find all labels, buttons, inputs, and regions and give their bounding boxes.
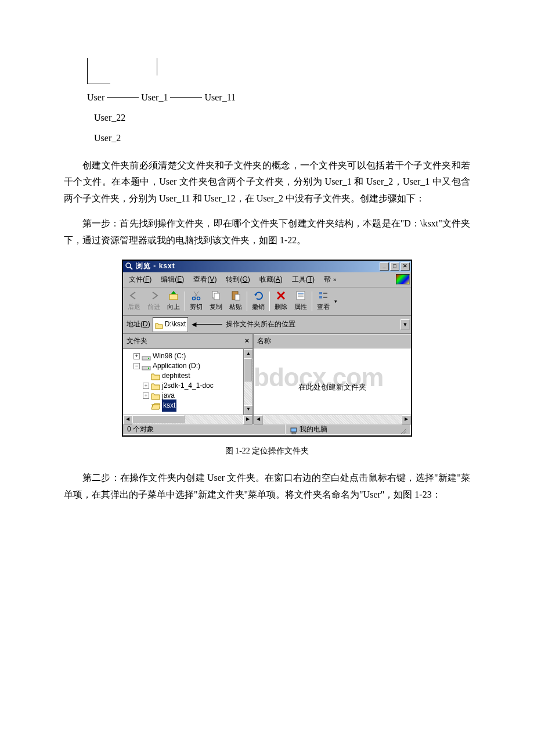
svg-line-1 bbox=[130, 267, 132, 269]
svg-point-4 bbox=[197, 297, 200, 300]
scroll-right-icon: ▶ bbox=[243, 415, 252, 424]
arrow-right-icon bbox=[148, 290, 160, 301]
folders-panel: 文件夹 × + Win98 (C:) − Application (D: bbox=[123, 334, 254, 424]
hier-user2: User_2 bbox=[87, 128, 470, 148]
svg-line-6 bbox=[194, 291, 198, 297]
menu-fav[interactable]: 收藏(A) bbox=[255, 273, 287, 287]
svg-rect-24 bbox=[148, 368, 149, 369]
column-header-name[interactable]: 名称 bbox=[254, 334, 411, 349]
collapse-icon[interactable]: − bbox=[134, 363, 140, 369]
views-button[interactable]: 查看 bbox=[313, 289, 333, 314]
paste-icon bbox=[230, 290, 241, 301]
copy-button[interactable]: 复制 bbox=[206, 289, 226, 314]
folder-open-icon bbox=[151, 402, 160, 409]
svg-line-29 bbox=[403, 430, 406, 434]
menu-goto[interactable]: 转到(G) bbox=[221, 273, 254, 287]
cut-button[interactable]: 剪切 bbox=[186, 289, 206, 314]
folder-icon bbox=[151, 392, 160, 399]
status-objects: 0 个对象 bbox=[123, 424, 286, 435]
paragraph-3: 第二步：在操作文件夹内创建 User 文件夹。在窗口右边的空白处点击鼠标右键，选… bbox=[64, 470, 470, 503]
list-hscroll[interactable]: ◀ ▶ bbox=[254, 415, 411, 424]
expand-icon[interactable]: + bbox=[143, 383, 149, 389]
svg-rect-26 bbox=[291, 429, 296, 431]
folder-icon bbox=[151, 382, 160, 390]
resize-grip-icon[interactable] bbox=[399, 424, 407, 435]
address-field[interactable]: D:\ksxt bbox=[153, 317, 189, 332]
hier-user22: User_22 bbox=[87, 107, 470, 128]
scissors-icon bbox=[190, 290, 202, 301]
folder-tree[interactable]: + Win98 (C:) − Application (D:) dephites… bbox=[123, 349, 243, 414]
svg-point-3 bbox=[193, 297, 196, 300]
tree-row-ksxt: ksxt bbox=[124, 401, 242, 411]
folder-up-icon bbox=[168, 290, 179, 301]
tree-row-j2sdk: + j2sdk-1_4_1-doc bbox=[124, 381, 242, 391]
delete-button[interactable]: 删除 bbox=[271, 289, 291, 314]
menu-edit[interactable]: 编辑(E) bbox=[156, 273, 189, 287]
close-button[interactable]: ✕ bbox=[400, 262, 410, 271]
undo-button[interactable]: 撤销 bbox=[248, 289, 268, 314]
svg-line-30 bbox=[405, 432, 406, 434]
svg-rect-22 bbox=[148, 358, 149, 359]
undo-icon bbox=[252, 290, 264, 301]
create-here-label: 在此处创建新文件夹 bbox=[254, 380, 411, 394]
hier-user: User bbox=[87, 87, 104, 107]
figure-caption-1: 图 1-22 定位操作文件夹 bbox=[64, 444, 470, 458]
folders-panel-header: 文件夹 × bbox=[123, 334, 252, 350]
svg-point-0 bbox=[126, 263, 131, 268]
toolbar-more-icon[interactable]: ▾ bbox=[333, 297, 337, 306]
views-icon bbox=[317, 290, 329, 301]
address-annotation: ◀ 操作文件夹所在的位置 bbox=[192, 318, 295, 331]
menubar: 文件(F) 编辑(E) 查看(V) 转到(G) 收藏(A) 工具(T) 帮» bbox=[123, 272, 411, 288]
toolbar: 后退 前进 向上 剪切 复制 粘贴 撤销 删除 bbox=[123, 287, 411, 316]
app-icon bbox=[125, 262, 134, 271]
minimize-button[interactable]: _ bbox=[380, 262, 389, 271]
menu-tools[interactable]: 工具(T) bbox=[287, 273, 319, 287]
tree-selected: ksxt bbox=[162, 399, 176, 412]
back-button[interactable]: 后退 bbox=[124, 289, 144, 314]
maximize-button[interactable]: □ bbox=[390, 262, 399, 271]
computer-icon bbox=[290, 426, 298, 433]
properties-icon bbox=[295, 290, 306, 301]
svg-rect-17 bbox=[319, 292, 322, 294]
hier-user1: User_1 bbox=[141, 87, 168, 107]
drive-icon bbox=[142, 363, 151, 370]
status-location: 我的电脑 bbox=[286, 424, 411, 435]
menu-file[interactable]: 文件(F) bbox=[124, 273, 156, 287]
address-label: 地址(D) bbox=[124, 318, 153, 331]
svg-rect-2 bbox=[169, 294, 178, 300]
svg-rect-10 bbox=[235, 294, 240, 300]
scroll-right-icon: ▶ bbox=[402, 415, 411, 424]
drive-icon bbox=[142, 353, 151, 360]
menu-view[interactable]: 查看(V) bbox=[189, 273, 221, 287]
file-list-panel: 名称 bdocx.com 在此处创建新文件夹 ◀ ▶ bbox=[254, 334, 411, 424]
address-dropdown-button[interactable]: ▼ bbox=[400, 319, 410, 330]
body-area: 文件夹 × + Win98 (C:) − Application (D: bbox=[123, 334, 411, 424]
folder-icon bbox=[155, 321, 163, 328]
svg-rect-8 bbox=[214, 293, 219, 300]
folder-icon bbox=[151, 372, 160, 380]
scroll-left-icon: ◀ bbox=[254, 415, 263, 424]
windows-logo-icon bbox=[396, 274, 410, 285]
paragraph-1: 创建文件夹前必须清楚父文件夹和子文件夹的概念，一个文件夹可以包括若干个子文件夹和… bbox=[64, 157, 470, 207]
titlebar: 浏览 - ksxt _ □ ✕ bbox=[123, 261, 411, 272]
panel-close-icon[interactable]: × bbox=[245, 335, 249, 348]
scroll-up-icon: ▲ bbox=[244, 349, 252, 358]
svg-rect-13 bbox=[297, 291, 305, 300]
forward-button[interactable]: 前进 bbox=[144, 289, 164, 314]
properties-button[interactable]: 属性 bbox=[291, 289, 311, 314]
menu-help[interactable]: 帮» bbox=[319, 273, 344, 287]
tree-hscroll[interactable]: ◀ ▶ bbox=[123, 415, 252, 424]
copy-icon bbox=[210, 290, 222, 301]
tree-vscroll[interactable]: ▲ ▼ bbox=[243, 349, 252, 414]
expand-icon[interactable]: + bbox=[143, 393, 149, 399]
addressbar: 地址(D) D:\ksxt ◀ 操作文件夹所在的位置 ▼ bbox=[123, 316, 411, 334]
explorer-window: 浏览 - ksxt _ □ ✕ 文件(F) 编辑(E) 查看(V) 转到(G) … bbox=[122, 260, 412, 437]
paste-button[interactable]: 粘贴 bbox=[226, 289, 246, 314]
tree-row-java: + java bbox=[124, 391, 242, 401]
paragraph-2: 第一步：首先找到操作文件夹，即在哪个文件夹下创建文件夹结构，本题是在"D：\ks… bbox=[64, 215, 470, 249]
scroll-left-icon: ◀ bbox=[123, 415, 132, 424]
svg-line-5 bbox=[194, 291, 199, 297]
file-list-area[interactable]: bdocx.com 在此处创建新文件夹 bbox=[254, 348, 411, 414]
up-button[interactable]: 向上 bbox=[164, 289, 183, 314]
expand-icon[interactable]: + bbox=[134, 353, 140, 359]
